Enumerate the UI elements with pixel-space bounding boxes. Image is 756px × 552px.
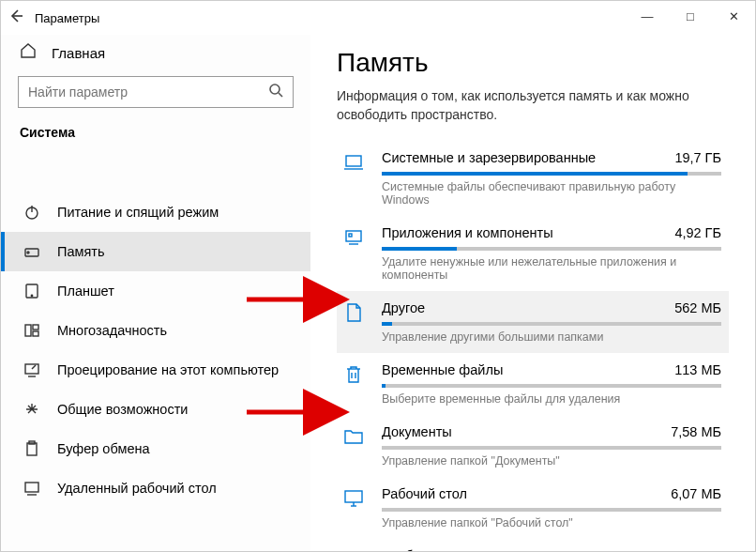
storage-bar	[382, 247, 721, 251]
svg-point-3	[27, 252, 29, 253]
storage-sub: Выберите временные файлы для удаления	[382, 392, 721, 406]
nav-label: Память	[57, 244, 105, 259]
sidebar-item-storage[interactable]: Память	[1, 232, 310, 271]
svg-rect-12	[25, 483, 38, 492]
sidebar-home-label: Главная	[52, 45, 105, 61]
storage-size: 19,7 ГБ	[674, 150, 721, 165]
storage-size: 6,07 МБ	[671, 486, 721, 501]
storage-item-system[interactable]: Системные и зарезервированные 19,7 ГБ Си…	[337, 141, 729, 216]
storage-item-desktop[interactable]: Рабочий стол 6,07 МБ Управление папкой "…	[337, 477, 729, 539]
search-input-wrap[interactable]	[18, 76, 294, 108]
storage-size: 562 МБ	[674, 300, 721, 315]
sidebar-item-shared[interactable]: Общие возможности	[1, 390, 310, 429]
svg-rect-7	[33, 325, 38, 330]
svg-rect-15	[349, 234, 352, 237]
tablet-icon	[23, 283, 40, 299]
sidebar-section-title: Система	[1, 125, 310, 153]
page-title: Память	[337, 48, 729, 78]
storage-name: Другое	[382, 300, 425, 315]
storage-item-temp[interactable]: Временные файлы 113 МБ Выберите временны…	[337, 353, 729, 415]
folder-icon	[340, 424, 367, 468]
search-icon	[268, 83, 283, 101]
svg-rect-6	[25, 325, 31, 336]
blank-icon	[23, 164, 40, 181]
storage-icon	[23, 243, 40, 260]
storage-name: Рабочий стол	[382, 486, 467, 501]
power-icon	[23, 204, 40, 221]
trash-icon	[340, 362, 367, 406]
multitask-icon	[23, 322, 40, 339]
page-description: Информация о том, как используется памят…	[337, 87, 729, 124]
storage-bar	[382, 384, 721, 388]
storage-item-documents[interactable]: Документы 7,58 МБ Управление папкой "Док…	[337, 415, 729, 477]
sidebar-item-multitask[interactable]: Многозадачность	[1, 311, 310, 350]
titlebar: Параметры — □ ✕	[1, 1, 755, 35]
svg-point-5	[31, 295, 32, 296]
nav-label: Питание и спящий режим	[57, 205, 219, 220]
storage-name: Приложения и компоненты	[382, 225, 553, 240]
sidebar-item-clipboard[interactable]: Буфер обмена	[1, 429, 310, 468]
sidebar-item-projecting[interactable]: Проецирование на этот компьютер	[1, 350, 310, 390]
storage-size: 4,92 ГБ	[674, 225, 721, 240]
svg-rect-8	[33, 331, 38, 336]
minimize-button[interactable]: —	[626, 1, 669, 31]
projecting-icon	[23, 361, 40, 378]
storage-sub: Управление папкой "Документы"	[382, 454, 721, 468]
storage-sub: Системные файлы обеспечивают правильную …	[382, 180, 721, 207]
svg-rect-13	[346, 156, 361, 166]
remote-icon	[23, 480, 40, 497]
maximize-button[interactable]: □	[669, 1, 712, 31]
file-icon	[340, 300, 367, 344]
storage-name: Документы	[382, 424, 452, 439]
pictures-icon	[340, 548, 367, 551]
storage-size: 113 МБ	[674, 362, 721, 377]
clipboard-icon	[23, 440, 40, 457]
storage-name: Системные и зарезервированные	[382, 150, 596, 165]
storage-name: Временные файлы	[382, 362, 503, 377]
sidebar-home[interactable]: Главная	[1, 35, 310, 76]
nav-label: Проецирование на этот компьютер	[57, 362, 279, 377]
close-button[interactable]: ✕	[712, 1, 755, 31]
nav-label: Буфер обмена	[57, 441, 150, 456]
desktop-icon	[340, 486, 367, 529]
svg-point-0	[270, 84, 280, 94]
content: Память Информация о том, как используетс…	[310, 35, 755, 551]
sidebar-item-tablet[interactable]: Планшет	[1, 271, 310, 311]
storage-bar	[382, 508, 721, 512]
storage-bar	[382, 322, 721, 326]
sidebar-item-remote[interactable]: Удаленный рабочий стол	[1, 468, 310, 508]
storage-bar	[382, 172, 721, 176]
storage-bar	[382, 446, 721, 450]
nav-list: Питание и спящий режим Память Планшет Мн…	[1, 153, 310, 508]
storage-sub: Управление папкой "Рабочий стол"	[382, 516, 721, 529]
nav-label: Многозадачность	[57, 323, 167, 338]
shared-icon	[23, 401, 40, 418]
svg-rect-10	[27, 443, 37, 455]
laptop-icon	[340, 150, 367, 207]
nav-label: Общие возможности	[57, 402, 188, 417]
storage-item-apps[interactable]: Приложения и компоненты 4,92 ГБ Удалите …	[337, 216, 729, 291]
sidebar: Главная Система Питание и спящий режим	[1, 35, 310, 551]
svg-rect-16	[345, 491, 362, 502]
sidebar-item-blank[interactable]	[1, 153, 310, 192]
storage-sub: Удалите ненужные или нежелательные прило…	[382, 255, 721, 282]
back-icon[interactable]	[8, 8, 23, 27]
nav-label: Удаленный рабочий стол	[57, 481, 217, 496]
apps-icon	[340, 225, 367, 282]
storage-item-other[interactable]: Другое 562 МБ Управление другими большим…	[337, 291, 729, 353]
storage-name: Изображения	[382, 548, 467, 551]
sidebar-item-power[interactable]: Питание и спящий режим	[1, 192, 310, 232]
home-icon	[20, 42, 37, 63]
storage-size: 5,35 МБ	[671, 548, 721, 551]
storage-size: 7,58 МБ	[671, 424, 721, 439]
storage-item-pictures[interactable]: Изображения 5,35 МБ	[337, 539, 729, 551]
search-input[interactable]	[28, 84, 268, 100]
storage-sub: Управление другими большими папками	[382, 330, 721, 344]
window-title: Параметры	[35, 11, 99, 25]
nav-label: Планшет	[57, 284, 114, 299]
